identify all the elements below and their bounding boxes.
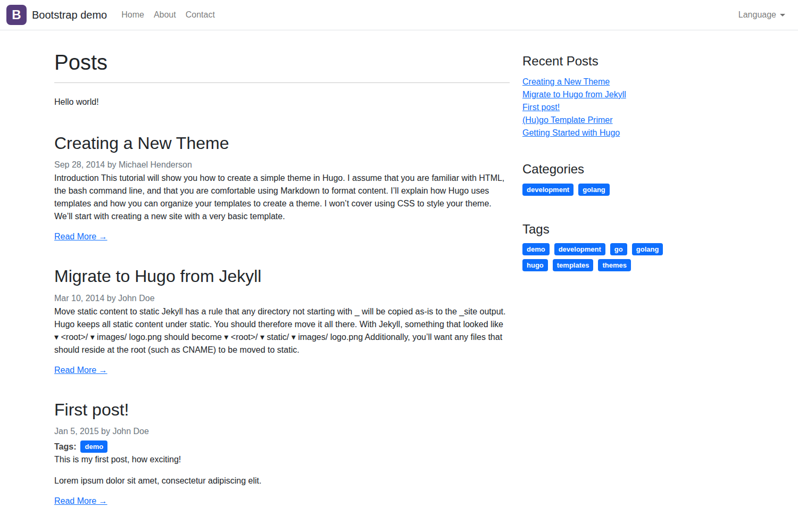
post-title[interactable]: Creating a New Theme [54, 133, 510, 153]
bootstrap-logo-icon[interactable]: B [6, 5, 27, 25]
main-layout: Posts Hello world! Creating a New Theme … [48, 30, 750, 532]
recent-post-link[interactable]: (Hu)go Template Primer [522, 114, 613, 127]
post-excerpt: This is my first post, how exciting! [54, 453, 510, 466]
recent-posts-title: Recent Posts [522, 54, 744, 69]
post-summary: First post! Jan 5, 2015 by John Doe Tags… [54, 400, 510, 506]
read-more-link[interactable]: Read More → [54, 496, 107, 506]
post-tags-row: Tags: demo [54, 440, 510, 453]
content-column: Posts Hello world! Creating a New Theme … [48, 30, 516, 532]
category-badge-golang[interactable]: golang [578, 184, 610, 196]
tags-cloud: demo development go golang hugo template… [522, 243, 698, 275]
language-dropdown[interactable]: Language [738, 10, 785, 20]
tags-label: Tags: [54, 442, 76, 452]
post-title[interactable]: Migrate to Hugo from Jekyll [54, 266, 510, 286]
title-divider [54, 82, 510, 83]
recent-post-link[interactable]: First post! [522, 101, 560, 114]
post-meta: Jan 5, 2015 by John Doe [54, 425, 510, 438]
language-dropdown-label: Language [738, 10, 776, 20]
tag-badge-demo[interactable]: demo [80, 440, 107, 453]
page: B Bootstrap demo Home About Contact Lang… [0, 0, 798, 532]
post-summary: Migrate to Hugo from Jekyll Mar 10, 2014… [54, 266, 510, 375]
recent-post-link[interactable]: Creating a New Theme [522, 76, 610, 88]
recent-post-link[interactable]: Getting Started with Hugo [522, 127, 620, 139]
tag-badge-go[interactable]: go [610, 243, 627, 255]
categories-title: Categories [522, 162, 744, 177]
tag-badge-development[interactable]: development [554, 243, 605, 255]
navbar: B Bootstrap demo Home About Contact Lang… [0, 0, 798, 30]
tag-badge-demo[interactable]: demo [522, 243, 550, 255]
caret-down-icon [780, 14, 785, 16]
page-title: Posts [54, 49, 510, 75]
nav-item-home[interactable]: Home [117, 6, 149, 24]
sidebar: Recent Posts Creating a New Theme Migrat… [516, 30, 750, 275]
category-badge-development[interactable]: development [522, 184, 573, 196]
post-meta: Mar 10, 2014 by John Doe [54, 292, 510, 305]
nav-item-about[interactable]: About [149, 6, 181, 24]
tag-badge-themes[interactable]: themes [598, 259, 631, 271]
read-more-link[interactable]: Read More → [54, 365, 107, 375]
categories-cloud: development golang [522, 184, 698, 200]
intro-text: Hello world! [54, 96, 510, 109]
post-summary: Creating a New Theme Sep 28, 2014 by Mic… [54, 133, 510, 242]
post-excerpt: Introduction This tutorial will show you… [54, 172, 510, 223]
nav-item-contact[interactable]: Contact [181, 6, 220, 24]
post-excerpt: Move static content to static Jekyll has… [54, 305, 510, 356]
recent-post-link[interactable]: Migrate to Hugo from Jekyll [522, 88, 626, 101]
post-title[interactable]: First post! [54, 400, 510, 420]
post-excerpt: Lorem ipsum dolor sit amet, consectetur … [54, 475, 510, 487]
post-meta: Sep 28, 2014 by Michael Henderson [54, 159, 510, 171]
tag-badge-golang[interactable]: golang [632, 243, 663, 255]
brand-link[interactable]: Bootstrap demo [32, 9, 107, 21]
tags-title: Tags [522, 222, 744, 237]
read-more-link[interactable]: Read More → [54, 232, 107, 242]
tag-badge-hugo[interactable]: hugo [522, 259, 548, 271]
tag-badge-templates[interactable]: templates [553, 259, 594, 271]
